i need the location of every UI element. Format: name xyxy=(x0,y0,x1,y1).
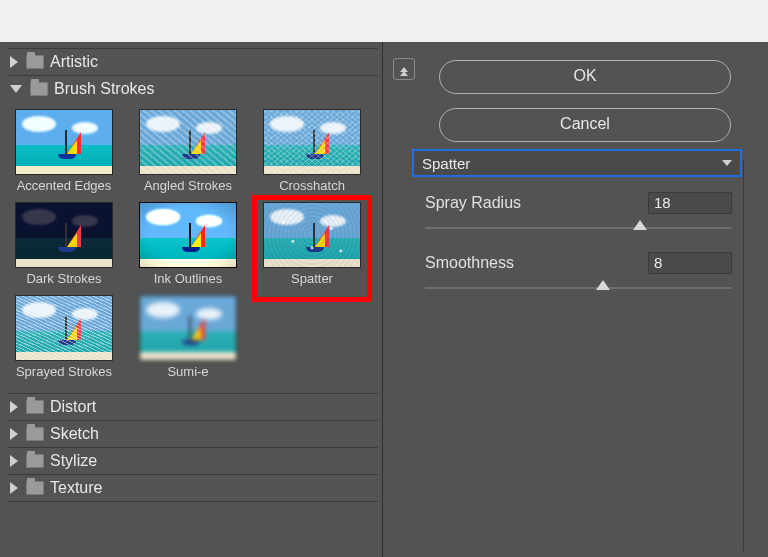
chevron-right-icon xyxy=(10,482,18,494)
slider-thumb[interactable] xyxy=(633,220,647,232)
filter-accented-edges[interactable]: Accented Edges xyxy=(12,110,116,193)
folder-icon xyxy=(26,427,44,441)
folder-icon xyxy=(26,55,44,69)
category-brush-strokes: Brush StrokesAccented EdgesAngled Stroke… xyxy=(8,76,378,394)
filter-type-dropdown-value: Spatter xyxy=(422,155,470,172)
category-header[interactable]: Artistic xyxy=(8,49,378,75)
category-distort: Distort xyxy=(8,394,378,421)
slider-thumb[interactable] xyxy=(596,280,610,292)
filter-crosshatch[interactable]: Crosshatch xyxy=(260,110,364,193)
category-artistic: Artistic xyxy=(8,49,378,76)
param-label: Smoothness xyxy=(425,254,514,272)
filter-label: Angled Strokes xyxy=(136,178,240,193)
category-header[interactable]: Distort xyxy=(8,394,378,420)
smoothness-input[interactable]: 8 xyxy=(648,252,732,274)
window-titlebar xyxy=(0,0,768,42)
filter-ink-outlines[interactable]: Ink Outlines xyxy=(136,203,240,286)
category-header[interactable]: Sketch xyxy=(8,421,378,447)
param-smoothness: Smoothness 8 xyxy=(425,252,732,296)
category-texture: Texture xyxy=(8,475,378,502)
filter-thumbnails: Accented EdgesAngled StrokesCrosshatchDa… xyxy=(8,102,378,393)
filter-label: Crosshatch xyxy=(260,178,364,193)
category-label: Artistic xyxy=(50,53,98,71)
folder-icon xyxy=(26,454,44,468)
category-label: Texture xyxy=(50,479,102,497)
spray-radius-slider[interactable] xyxy=(425,220,732,236)
category-header[interactable]: Stylize xyxy=(8,448,378,474)
category-stylize: Stylize xyxy=(8,448,378,475)
smoothness-slider[interactable] xyxy=(425,280,732,296)
filter-settings-panel: OK Cancel Spatter Spray Radius 18 Smooth… xyxy=(383,42,768,557)
cancel-button[interactable]: Cancel xyxy=(439,108,731,142)
category-label: Distort xyxy=(50,398,96,416)
filter-thumbnail xyxy=(140,203,236,267)
param-spray-radius: Spray Radius 18 xyxy=(425,192,732,236)
filter-sumi-e[interactable]: Sumi-e xyxy=(136,296,240,379)
param-label: Spray Radius xyxy=(425,194,521,212)
filter-thumbnail xyxy=(16,110,112,174)
chevron-double-up-icon xyxy=(400,67,408,72)
chevron-right-icon xyxy=(10,455,18,467)
chevron-right-icon xyxy=(10,428,18,440)
slider-track xyxy=(425,227,732,229)
filter-label: Ink Outlines xyxy=(136,271,240,286)
folder-icon xyxy=(26,481,44,495)
filter-sprayed-strokes[interactable]: Sprayed Strokes xyxy=(12,296,116,379)
category-label: Stylize xyxy=(50,452,97,470)
filter-thumbnail xyxy=(140,296,236,360)
category-sketch: Sketch xyxy=(8,421,378,448)
filter-thumbnail xyxy=(264,203,360,267)
filter-thumbnail xyxy=(264,110,360,174)
filter-angled-strokes[interactable]: Angled Strokes xyxy=(136,110,240,193)
folder-icon xyxy=(30,82,48,96)
filter-label: Dark Strokes xyxy=(12,271,116,286)
filter-type-dropdown[interactable]: Spatter xyxy=(413,150,741,176)
category-label: Sketch xyxy=(50,425,99,443)
filter-label: Sumi-e xyxy=(136,364,240,379)
folder-icon xyxy=(26,400,44,414)
category-header[interactable]: Texture xyxy=(8,475,378,501)
filter-spatter[interactable]: Spatter xyxy=(260,203,364,294)
filter-dark-strokes[interactable]: Dark Strokes xyxy=(12,203,116,286)
filter-thumbnail xyxy=(16,296,112,360)
category-header[interactable]: Brush Strokes xyxy=(8,76,378,102)
filter-thumbnail xyxy=(16,203,112,267)
slider-track xyxy=(425,287,732,289)
chevron-right-icon xyxy=(10,401,18,413)
filter-gallery-dialog: ArtisticBrush StrokesAccented EdgesAngle… xyxy=(0,42,768,557)
chevron-down-icon xyxy=(10,85,22,93)
ok-button[interactable]: OK xyxy=(439,60,731,94)
filter-label: Spatter xyxy=(260,271,364,286)
filter-thumbnail xyxy=(140,110,236,174)
spray-radius-input[interactable]: 18 xyxy=(648,192,732,214)
collapse-categories-button[interactable] xyxy=(393,58,415,80)
filter-label: Accented Edges xyxy=(12,178,116,193)
chevron-down-icon xyxy=(722,160,732,166)
category-label: Brush Strokes xyxy=(54,80,154,98)
filter-category-panel: ArtisticBrush StrokesAccented EdgesAngle… xyxy=(0,42,383,557)
chevron-right-icon xyxy=(10,56,18,68)
filter-label: Sprayed Strokes xyxy=(12,364,116,379)
